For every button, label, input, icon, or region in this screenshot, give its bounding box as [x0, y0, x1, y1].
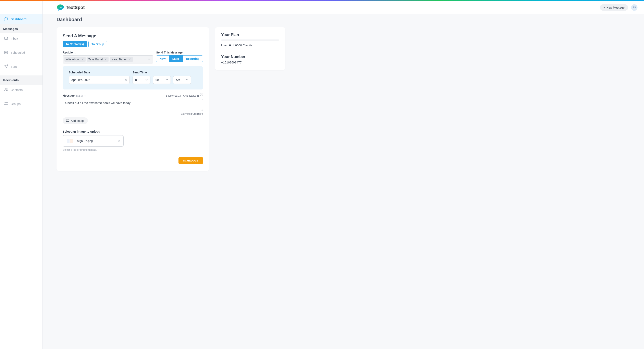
topbar: TextSpot + New Message ES — [43, 1, 644, 14]
credits-prefix: Used — [221, 44, 229, 47]
chip-remove-icon[interactable]: ✕ — [104, 58, 107, 61]
add-image-label: Add Image — [71, 119, 84, 122]
recipient-select[interactable]: Allie Abbott ✕ Taya Bartell ✕ Isaac Bart… — [62, 55, 153, 64]
chevron-down-icon — [186, 78, 188, 82]
timing-now-button[interactable]: Now — [156, 56, 169, 62]
sidebar-item-label: Scheduled — [10, 51, 25, 54]
page-title: Dashboard — [43, 14, 644, 22]
recipient-label: Recipient — [62, 51, 153, 54]
chevron-down-icon — [148, 58, 152, 61]
new-message-label: New Message — [606, 6, 624, 9]
tab-to-group[interactable]: To Group — [88, 41, 107, 47]
divider — [221, 51, 279, 51]
segments-count: Segments: 1 | — [166, 94, 181, 97]
upload-hint: Select a jpg or png to upload. — [62, 148, 203, 151]
paper-plane-icon — [4, 64, 8, 69]
new-message-button[interactable]: + New Message — [600, 4, 628, 11]
svg-point-8 — [6, 102, 6, 103]
sidebar-item-label: Sent — [10, 65, 17, 68]
logo-bubble-icon — [56, 4, 64, 11]
sidebar-item-sent[interactable]: Sent — [0, 62, 42, 72]
add-image-button[interactable]: Add Image — [62, 117, 88, 124]
sidebar-section-recipients: Recipients — [0, 76, 42, 85]
characters-count: Characters: 46 — [183, 94, 199, 97]
credits-suffix: of 6000 Credits — [231, 44, 252, 47]
chat-bubble-icon — [4, 17, 8, 21]
recipient-chip: Allie Abbott ✕ — [64, 57, 86, 62]
svg-point-9 — [7, 102, 7, 103]
send-time-label: Send Time — [132, 71, 191, 74]
svg-point-13 — [62, 7, 62, 8]
file-thumbnail — [66, 138, 74, 144]
schedule-panel: Scheduled Date Apr 20th, 2022 ✕ Send Tim… — [62, 66, 203, 90]
sidebar-section-messages: Messages — [0, 24, 42, 33]
chip-remove-icon[interactable]: ✕ — [82, 58, 84, 61]
sidebar-item-dashboard[interactable]: Dashboard — [0, 14, 42, 24]
timing-later-button[interactable]: Later — [169, 56, 182, 62]
svg-point-3 — [6, 53, 6, 53]
chip-label: Isaac Barton — [112, 58, 128, 61]
scheduled-date-input[interactable]: Apr 20th, 2022 ✕ — [69, 76, 130, 84]
sidebar: Dashboard Messages Inbox Scheduled Sen — [0, 1, 43, 349]
svg-point-6 — [6, 89, 7, 89]
envelope-icon — [4, 36, 8, 41]
sidebar-item-label: Groups — [10, 102, 20, 106]
group-icon — [4, 102, 8, 106]
your-number-title: Your Number — [221, 55, 279, 59]
timing-recurring-button[interactable]: Recurring — [182, 56, 203, 62]
sidebar-item-scheduled[interactable]: Scheduled — [0, 47, 42, 58]
avatar[interactable]: ES — [631, 4, 638, 11]
plan-card: Your Plan Used 0 of 6000 Credits Your Nu… — [215, 27, 285, 70]
schedule-button[interactable]: SCHEDULE — [178, 157, 203, 164]
ampm-value: AM — [176, 78, 180, 82]
phone-number: +16163698477 — [221, 61, 279, 64]
sidebar-item-label: Dashboard — [10, 17, 26, 21]
credits-used-value: 0 — [229, 44, 231, 47]
chevron-down-icon — [166, 78, 168, 82]
sidebar-item-inbox[interactable]: Inbox — [0, 33, 42, 44]
svg-point-11 — [58, 7, 59, 8]
scheduled-date-label: Scheduled Date — [69, 71, 130, 74]
message-textarea[interactable] — [62, 99, 203, 111]
users-icon — [4, 88, 8, 92]
scheduled-date-value: Apr 20th, 2022 — [71, 78, 90, 82]
uploaded-file: Sign Up.png ✕ — [62, 135, 124, 147]
help-icon[interactable]: ? — [200, 93, 203, 96]
plus-icon: + — [604, 6, 605, 9]
chevron-down-icon — [145, 78, 148, 82]
hour-select[interactable]: 8 — [132, 76, 150, 84]
chip-label: Taya Bartell — [88, 58, 103, 61]
credits-progress-bar — [221, 40, 279, 41]
plan-title: Your Plan — [221, 33, 279, 37]
send-message-card: Send A Message To Contact(s) To Group Re… — [56, 27, 209, 171]
brand-name: TextSpot — [66, 5, 84, 10]
minute-value: 00 — [156, 78, 159, 82]
credits-usage: Used 0 of 6000 Credits — [221, 44, 279, 47]
message-encoding: (GSM-7) — [76, 94, 86, 97]
chip-remove-icon[interactable]: ✕ — [129, 58, 131, 61]
minute-select[interactable]: 00 — [153, 76, 171, 84]
clear-date-icon[interactable]: ✕ — [124, 78, 127, 82]
remove-file-icon[interactable]: ✕ — [118, 139, 120, 143]
svg-point-12 — [60, 7, 61, 8]
svg-point-5 — [5, 88, 6, 89]
sidebar-item-contacts[interactable]: Contacts — [0, 85, 42, 95]
tab-to-contacts[interactable]: To Contact(s) — [62, 41, 87, 47]
message-label: Message — [62, 94, 74, 97]
send-message-title: Send A Message — [62, 33, 203, 38]
main: TextSpot + New Message ES Dashboard Send… — [43, 1, 644, 349]
sidebar-item-label: Inbox — [10, 37, 18, 40]
recipient-chip: Taya Bartell ✕ — [87, 57, 108, 62]
recipient-chip: Isaac Barton ✕ — [110, 57, 133, 62]
hour-value: 8 — [135, 78, 137, 82]
timing-segmented: Now Later Recurring — [156, 55, 203, 62]
file-name: Sign Up.png — [77, 139, 93, 143]
upload-title: Select an image to upload — [62, 130, 203, 133]
ampm-select[interactable]: AM — [173, 76, 191, 84]
send-timing-label: Send This Message — [156, 51, 203, 54]
sidebar-item-groups[interactable]: Groups — [0, 99, 42, 109]
avatar-initials: ES — [632, 6, 636, 9]
sidebar-item-label: Contacts — [10, 88, 22, 92]
brand-logo[interactable]: TextSpot — [56, 4, 84, 11]
estimated-credits: Estimated Credits: 9 — [62, 113, 203, 115]
